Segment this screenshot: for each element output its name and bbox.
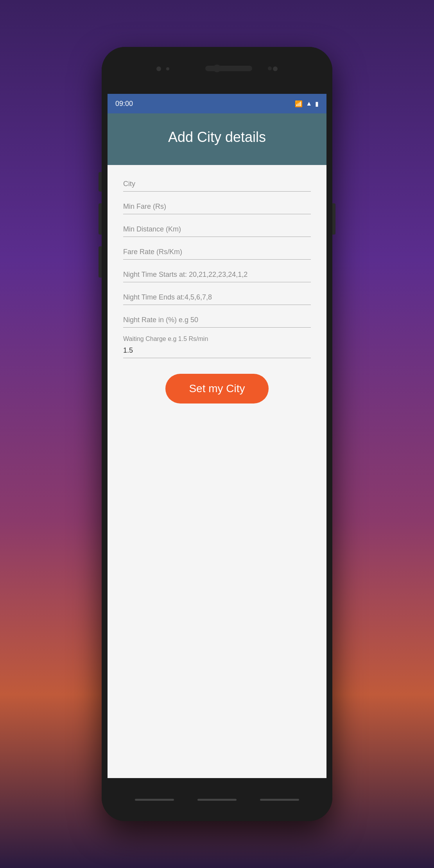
fare-rate-field [123, 245, 311, 260]
min-distance-field [123, 222, 311, 237]
battery-icon: ▮ [315, 100, 319, 108]
app-header: Add City details [108, 113, 326, 165]
nav-indicator-center [197, 799, 237, 801]
silent-button [99, 246, 102, 278]
night-time-starts-input[interactable] [123, 267, 311, 282]
front-camera-right [273, 66, 278, 71]
night-time-ends-input[interactable] [123, 290, 311, 305]
waiting-charge-field: Waiting Charge e.g 1.5 Rs/min [123, 335, 311, 358]
front-camera-center [213, 65, 221, 72]
front-camera-left [156, 66, 161, 71]
status-bar: 09:00 📶 ▲ ▮ [108, 94, 326, 113]
phone-screen: 09:00 📶 ▲ ▮ Add City details [108, 94, 326, 778]
night-rate-field [123, 313, 311, 328]
sensor-dot-right [268, 66, 272, 70]
signal-icon: ▲ [306, 100, 312, 107]
nav-indicator-right [260, 799, 299, 801]
fare-rate-input[interactable] [123, 245, 311, 260]
nav-indicator-left [135, 799, 174, 801]
city-field [123, 177, 311, 192]
page-title: Add City details [168, 129, 266, 145]
top-bezel [102, 47, 332, 94]
status-icons: 📶 ▲ ▮ [295, 100, 319, 108]
night-rate-input[interactable] [123, 313, 311, 328]
status-time: 09:00 [115, 100, 133, 108]
power-button [332, 203, 335, 235]
min-fare-field [123, 199, 311, 214]
bottom-bezel [102, 778, 332, 821]
city-input[interactable] [123, 177, 311, 192]
content-area: Waiting Charge e.g 1.5 Rs/min Set my Cit… [108, 165, 326, 778]
set-my-city-button[interactable]: Set my City [165, 374, 268, 404]
waiting-charge-input[interactable] [123, 343, 311, 358]
wifi-icon: 📶 [295, 100, 303, 108]
volume-down-button [99, 203, 102, 235]
volume-up-button [99, 172, 102, 192]
earpiece-speaker [205, 66, 252, 71]
night-time-ends-field [123, 290, 311, 305]
night-time-starts-field [123, 267, 311, 282]
waiting-charge-label: Waiting Charge e.g 1.5 Rs/min [123, 335, 311, 343]
min-fare-input[interactable] [123, 199, 311, 214]
min-distance-input[interactable] [123, 222, 311, 237]
phone-device: 09:00 📶 ▲ ▮ Add City details [102, 47, 332, 821]
sensor-dot-left [166, 67, 169, 70]
